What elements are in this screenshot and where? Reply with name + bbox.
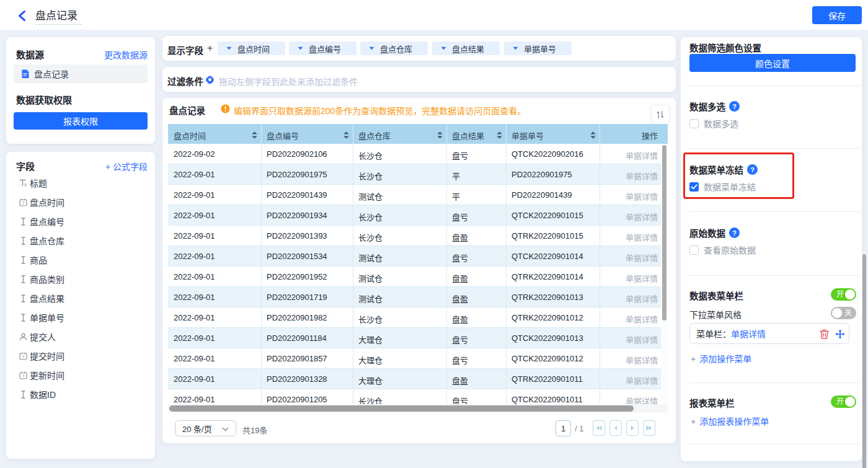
svg-text:7: 7 — [22, 201, 25, 205]
svg-text:?: ? — [750, 166, 755, 174]
svg-text:?: ? — [732, 103, 737, 110]
svg-text:7: 7 — [22, 355, 25, 359]
svg-text:?: ? — [732, 229, 737, 237]
svg-text:7: 7 — [22, 374, 25, 378]
